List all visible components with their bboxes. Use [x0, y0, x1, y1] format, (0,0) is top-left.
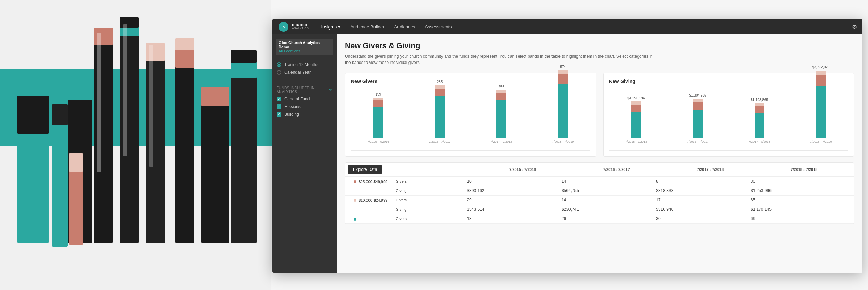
- givers-bar-1: 199 7/2015 - 7/2016: [351, 92, 405, 143]
- col-header-1: 7/2015 - 7/2016: [476, 167, 570, 172]
- col-header-4: 7/2018 - 7/2018: [757, 167, 851, 172]
- svg-rect-26: [231, 50, 257, 63]
- giving-salmon-2: [693, 102, 703, 110]
- svg-rect-24: [231, 76, 257, 243]
- app-window: G CHURCH ANALYTICS Insights ▾ Audience B…: [272, 19, 862, 273]
- nav-assessments[interactable]: Assessments: [421, 23, 456, 31]
- svg-rect-20: [123, 24, 127, 156]
- nav-insights[interactable]: Insights ▾: [317, 23, 345, 31]
- org-selector[interactable]: Gloo Church Analytics Demo All Locations: [276, 39, 333, 55]
- bar-teal-2: [435, 96, 445, 138]
- funds-title: Funds Included in Analytics: [277, 86, 327, 94]
- band-indicator: [354, 199, 356, 202]
- band-indicator: [354, 218, 356, 221]
- givers-val-3: 255: [498, 85, 504, 89]
- giving-bar-3: $1,193,865 7/2017 - 7/2018: [732, 98, 786, 143]
- givers-xlabel-4: 7/2018 - 7/2019: [552, 140, 574, 143]
- fund-general-fund[interactable]: ✓ General Fund: [272, 95, 337, 103]
- col-header-2: 7/2016 - 7/2017: [570, 167, 663, 172]
- settings-icon[interactable]: ⚙: [852, 24, 857, 30]
- sidebar: Gloo Church Analytics Demo All Locations…: [272, 34, 337, 273]
- giving-xlabel-1: 7/2015 - 7/2016: [625, 140, 647, 143]
- charts-row: New Givers 199 7/2015 - 7/2016: [345, 73, 854, 157]
- column-headers: 7/2015 - 7/2016 7/2016 - 7/2017 7/2017 -…: [382, 167, 851, 172]
- nav-audiences[interactable]: Audiences: [390, 23, 419, 31]
- svg-rect-11: [175, 64, 194, 243]
- fund-missions-checkbox: ✓: [277, 104, 281, 109]
- fund-building[interactable]: ✓ Building: [272, 110, 337, 118]
- giving-salmon-1: [631, 105, 641, 112]
- new-givers-chart-area: 199 7/2015 - 7/2016 285: [351, 88, 590, 151]
- svg-rect-17: [17, 111, 49, 134]
- table-row[interactable]: $10,000-$24,999 Givers 29 14 17 65: [345, 196, 854, 205]
- time-period-group: Trailing 12 Months Calendar Year: [272, 59, 337, 77]
- radio-calendar-year[interactable]: Calendar Year: [277, 68, 332, 76]
- page-description: Understand the givers joining your churc…: [345, 53, 657, 66]
- table-row[interactable]: Giving $393,162 $564,755 $318,333 $1,253…: [345, 186, 854, 196]
- giving-light-4: [816, 71, 826, 75]
- fund-missions[interactable]: ✓ Missions: [272, 103, 337, 110]
- svg-rect-21: [149, 45, 153, 167]
- giving-stacked-3: [755, 103, 764, 138]
- col-header-3: 7/2017 - 7/2018: [663, 167, 757, 172]
- logo-text-bottom: ANALYTICS: [292, 27, 309, 30]
- radio-trailing-12-circle: [277, 62, 281, 67]
- bar-teal-3: [496, 100, 506, 138]
- radio-calendar-year-label: Calendar Year: [284, 70, 311, 75]
- data-table-section: Explore Data 7/2015 - 7/2016 7/2016 - 7/…: [345, 162, 854, 224]
- givers-val-4: 574: [560, 65, 566, 69]
- nav-audience-builder[interactable]: Audience Builder: [346, 23, 388, 31]
- table-row[interactable]: $25,000-$49,999 Givers 10 14 8 30: [345, 177, 854, 186]
- bar-salmon-2: [435, 89, 445, 96]
- svg-rect-19: [97, 33, 101, 172]
- logo-icon: G: [278, 21, 289, 32]
- funds-edit-link[interactable]: Edit: [327, 88, 332, 92]
- band-label-cell: $25,000-$49,999: [345, 177, 391, 186]
- fund-building-label: Building: [284, 112, 299, 117]
- main-area: Gloo Church Analytics Demo All Locations…: [272, 34, 862, 273]
- giving-val-3: $1,193,865: [751, 98, 768, 102]
- fund-missions-label: Missions: [284, 104, 301, 109]
- table-row[interactable]: Givers 13 26 30 69: [345, 214, 854, 224]
- bar-light-4: [558, 70, 568, 74]
- explore-data-button[interactable]: Explore Data: [348, 165, 382, 174]
- givers-val-1: 199: [375, 92, 381, 96]
- giving-xlabel-3: 7/2017 - 7/2018: [748, 140, 770, 143]
- giving-salmon-4: [816, 75, 826, 86]
- giving-bar-2: $1,304,937 7/2016 - 7/2017: [671, 93, 725, 143]
- radio-trailing-12[interactable]: Trailing 12 Months: [277, 61, 332, 68]
- org-name: Gloo Church Analytics Demo: [279, 41, 330, 49]
- giving-stacked-2: [693, 99, 703, 138]
- bar-salmon-3: [496, 93, 506, 100]
- band-indicator: [354, 180, 356, 183]
- bar-salmon-4: [558, 74, 568, 84]
- givers-bar-3: 255 7/2017 - 7/2018: [474, 85, 529, 143]
- givers-xlabel-2: 7/2016 - 7/2017: [429, 140, 451, 143]
- svg-rect-2: [120, 33, 139, 243]
- svg-rect-1: [94, 28, 113, 45]
- bar-light-1: [373, 98, 383, 100]
- svg-rect-18: [17, 96, 49, 113]
- nav-right: ⚙: [852, 24, 857, 30]
- giving-salmon-3: [755, 106, 764, 113]
- giving-val-1: $1,250,194: [627, 96, 645, 100]
- svg-rect-12: [175, 49, 194, 68]
- data-table: $25,000-$49,999 Givers 10 14 8 30 Giving: [345, 177, 854, 224]
- svg-rect-10: [68, 83, 92, 100]
- table-row[interactable]: Giving $543,514 $230,741 $316,940 $1,170…: [345, 205, 854, 214]
- nav-links: Insights ▾ Audience Builder Audiences As…: [317, 23, 852, 31]
- bar-light-2: [435, 85, 445, 89]
- fund-general-checkbox: ✓: [277, 97, 281, 101]
- giving-val-2: $1,304,937: [689, 93, 707, 97]
- giving-xlabel-4: 7/2018 - 7/2019: [810, 140, 832, 143]
- giving-teal-1: [631, 112, 641, 138]
- svg-rect-13: [175, 38, 194, 50]
- svg-rect-16: [17, 132, 49, 243]
- givers-val-2: 285: [437, 80, 443, 84]
- givers-xlabel-3: 7/2017 - 7/2018: [490, 140, 512, 143]
- funds-header: Funds Included in Analytics Edit: [272, 85, 337, 95]
- col-header-0: [382, 167, 475, 172]
- svg-rect-8: [52, 104, 68, 125]
- bar-light-3: [496, 90, 506, 93]
- fund-building-checkbox: ✓: [277, 112, 281, 117]
